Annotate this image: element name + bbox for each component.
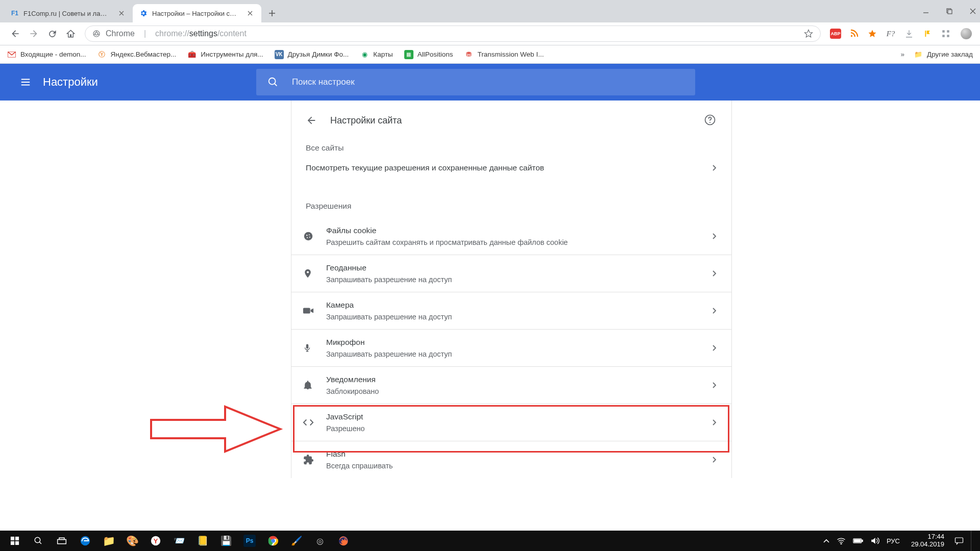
row-flash[interactable]: Flash Всегда спрашивать [291,441,731,478]
volume-icon[interactable] [870,537,879,545]
minimize-icon[interactable] [922,7,930,15]
search-button[interactable] [27,531,50,551]
row-cookies[interactable]: Файлы cookie Разрешить сайтам сохранять … [291,218,731,255]
forward-button[interactable] [26,26,42,42]
row-location[interactable]: Геоданные Запрашивать разрешение на дост… [291,255,731,292]
section-permissions: Разрешения [291,202,731,211]
bookmark-label: Инструменты для... [201,51,263,58]
chevron-right-icon [712,233,717,239]
row-microphone[interactable]: Микрофон Запрашивать разрешение на досту… [291,330,731,366]
task-explorer[interactable]: 📁 [97,531,120,551]
svg-point-9 [269,78,276,85]
download-icon[interactable] [903,28,915,39]
bookmark-label: Яндекс.Вебмастер... [111,51,177,58]
svg-rect-25 [59,538,64,539]
system-tray: РУС 17:44 29.04.2019 [823,531,977,551]
tray-chevron-icon[interactable] [823,538,829,543]
task-firefox[interactable] [332,531,355,551]
toolbox-icon: 🧰 [187,50,197,59]
flag-icon[interactable] [922,28,933,39]
bookmark-label: AllPositions [418,51,453,58]
home-button[interactable] [62,26,79,42]
battery-icon[interactable] [853,538,863,544]
bookmark-star-icon[interactable] [804,29,813,38]
svg-point-4 [851,35,852,37]
windows-taskbar: 📁 🎨 Y 📨 📒 💾 Ps 🖌️ ◎ РУС [0,531,980,551]
tray-clock[interactable]: 17:44 29.04.2019 [911,533,944,548]
bookmark-other[interactable]: 📁 Другие заклад [914,50,973,59]
bookmark-vk[interactable]: VK Друзья Димки Фо... [275,50,349,59]
task-photoshop[interactable]: Ps [238,531,261,551]
window-controls [922,0,977,22]
action-center-icon[interactable] [954,537,964,545]
row-view-permissions[interactable]: Посмотреть текущие разрешения и сохранен… [291,153,731,183]
bookmark-gmail[interactable]: Входящие - demon... [7,50,86,59]
overflow-icon[interactable]: » [900,51,904,58]
task-save[interactable]: 💾 [214,531,238,551]
task-edge[interactable] [74,531,97,551]
gear-icon [139,9,148,18]
task-art[interactable]: 🖌️ [285,531,308,551]
svg-rect-34 [862,540,863,541]
reload-button[interactable] [44,26,60,42]
folder-icon: 📁 [914,50,923,59]
settings-card: Настройки сайта Все сайты Посмотреть тек… [291,101,732,478]
browser-toolbar: Chrome | chrome://settings/content ABP F… [0,22,980,45]
svg-rect-22 [15,541,19,545]
svg-point-32 [841,543,842,544]
task-yandex[interactable]: Y [144,531,167,551]
settings-search[interactable] [256,69,695,95]
profile-avatar[interactable] [961,28,972,39]
tab-f1comp[interactable]: F1 F1Comp.ru | Советы и лайфхаки [4,4,133,22]
help-icon[interactable] [704,114,717,127]
show-desktop[interactable] [971,531,975,551]
close-icon[interactable] [117,9,126,17]
new-tab-button[interactable] [264,6,280,21]
bookmark-label: Карты [373,51,393,58]
bookmark-tools[interactable]: 🧰 Инструменты для... [187,50,263,59]
row-notifications[interactable]: Уведомления Заблокировано [291,367,731,404]
close-icon[interactable] [246,9,254,17]
back-arrow-button[interactable] [306,115,317,126]
bookmark-maps[interactable]: ◉ Карты [360,50,393,59]
chrome-close-icon[interactable] [969,7,977,15]
star-ext-icon[interactable] [867,28,878,39]
location-icon [303,268,326,279]
bell-icon [303,380,326,391]
abp-icon[interactable]: ABP [830,29,841,39]
favicon-f1: F1 [10,9,19,18]
back-button[interactable] [7,26,23,42]
bookmark-allpositions[interactable]: ▦ AllPositions [404,50,453,59]
task-mail[interactable]: 📨 [167,531,191,551]
start-button[interactable] [3,531,27,551]
tab-settings[interactable]: Настройки – Настройки сайта [133,4,261,22]
row-sublabel: Заблокировано [326,387,379,395]
menu-button[interactable] [18,75,33,89]
svg-rect-17 [303,308,310,314]
mic-icon [303,342,326,354]
row-camera[interactable]: Камера Запрашивать разрешение на доступ [291,292,731,329]
row-label: Микрофон [326,338,452,347]
row-javascript[interactable]: JavaScript Разрешено [291,404,731,441]
chevron-right-icon [712,419,717,425]
apps-icon[interactable] [940,28,951,39]
tray-language[interactable]: РУС [887,537,900,545]
task-notepad[interactable]: 📒 [191,531,214,551]
bookmark-transmission[interactable]: ⛃ Transmission Web I... [464,50,544,59]
rss-icon[interactable] [848,28,860,39]
chevron-right-icon [712,382,717,388]
taskview-button[interactable] [50,531,74,551]
address-bar[interactable]: Chrome | chrome://settings/content [85,26,821,42]
font-icon[interactable]: F? [885,28,896,39]
bookmark-label: Transmission Web I... [478,51,544,58]
settings-search-input[interactable] [291,77,684,88]
task-obs[interactable]: ◎ [308,531,332,551]
task-chrome[interactable] [261,531,285,551]
bookmark-yandex[interactable]: Ⓨ Яндекс.Вебмастер... [97,50,177,59]
maximize-icon[interactable] [945,7,953,15]
svg-rect-5 [942,30,945,33]
wifi-icon[interactable] [837,537,846,544]
task-paint[interactable]: 🎨 [120,531,144,551]
puzzle-icon [303,454,326,465]
svg-point-14 [309,234,310,235]
